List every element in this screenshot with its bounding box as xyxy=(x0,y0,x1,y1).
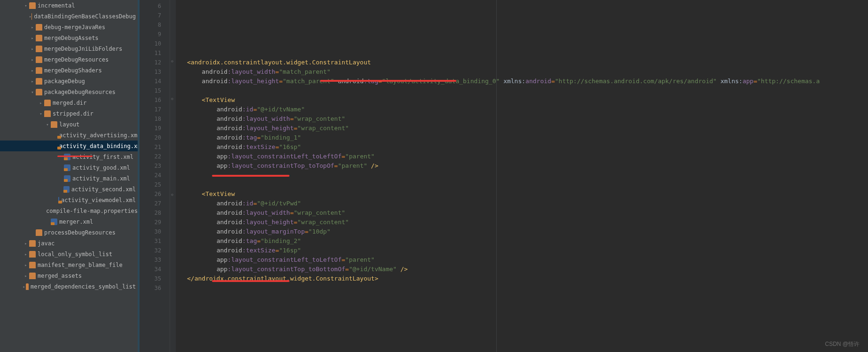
tree-item-label: merged_dependencies_symbol_list xyxy=(31,283,136,290)
code-line xyxy=(187,30,868,39)
chevron-down-icon[interactable]: ▾ xyxy=(29,90,36,94)
chevron-right-icon[interactable]: ▸ xyxy=(23,274,29,278)
folder-icon xyxy=(44,110,51,117)
line-number: 30 xyxy=(140,227,170,236)
chevron-right-icon[interactable]: ▸ xyxy=(29,79,36,84)
line-number: 15 xyxy=(140,86,170,95)
tree-item-activity-second-xml[interactable]: activity_second.xml xyxy=(0,184,138,195)
tree-item-manifest-merge-blame-file[interactable]: ▸manifest_merge_blame_file xyxy=(0,259,138,270)
fold-icon[interactable]: ⊖ xyxy=(171,97,175,101)
xml-file-icon xyxy=(51,219,57,225)
tree-item-packagedebugresources[interactable]: ▾packageDebugResources xyxy=(0,86,138,97)
code-line: android:layout_width="match_parent" xyxy=(187,67,868,77)
tree-item-local-only-symbol-list[interactable]: ▸local_only_symbol_list xyxy=(0,249,138,259)
line-number: 32 xyxy=(140,246,170,255)
code-line xyxy=(187,11,868,20)
annotation-underline-icon xyxy=(57,156,93,157)
chevron-right-icon[interactable]: ▸ xyxy=(23,284,26,289)
tree-item-activity-viewmodel-xml[interactable]: activity_viewmodel.xml xyxy=(0,195,138,205)
code-line: app:layout_constraintLeft_toLeftOf="pare… xyxy=(187,255,868,265)
tree-item-stripped-dir[interactable]: ▾stripped.dir xyxy=(0,108,138,119)
tree-item-javac[interactable]: ▸javac xyxy=(0,238,138,249)
line-number: 17 xyxy=(140,105,170,114)
folder-icon xyxy=(36,35,42,41)
tree-item-databindinggenbaseclassesdebug[interactable]: ▸dataBindingGenBaseClassesDebug xyxy=(0,11,138,22)
tree-item-mergedebugresources[interactable]: ▸mergeDebugResources xyxy=(0,54,138,65)
line-number: 33 xyxy=(140,255,170,265)
tree-item-merged-assets[interactable]: ▸merged_assets xyxy=(0,270,138,281)
tree-item-layout[interactable]: ▾layout xyxy=(0,119,138,130)
line-number: 6 xyxy=(140,1,170,11)
code-line: android:layout_width="wrap_content" xyxy=(187,208,868,218)
line-number: 34 xyxy=(140,265,170,274)
folder-icon xyxy=(29,240,36,247)
folder-icon xyxy=(36,46,42,52)
tree-item-packagedebug[interactable]: ▸packageDebug xyxy=(0,76,138,86)
line-number: 19 xyxy=(140,124,170,133)
line-number: 36 xyxy=(140,283,170,293)
tree-item-merger-xml[interactable]: merger.xml xyxy=(0,216,138,227)
folder-icon xyxy=(36,229,42,236)
code-line: android:tag="binding_2" xyxy=(187,236,868,246)
tree-item-mergedebugjnilibfolders[interactable]: ▸mergeDebugJniLibFolders xyxy=(0,43,138,54)
code-line: android:tag="binding_1" xyxy=(187,133,868,142)
tree-item-incremental[interactable]: ▾incremental xyxy=(0,0,138,11)
chevron-right-icon[interactable]: ▸ xyxy=(23,252,29,257)
code-line xyxy=(187,283,868,293)
tree-item-label: incremental xyxy=(38,2,75,9)
chevron-right-icon[interactable]: ▸ xyxy=(23,241,29,246)
tree-item-processdebugresources[interactable]: processDebugResources xyxy=(0,227,138,238)
line-number-gutter: 6789101112131415161718192021222324252627… xyxy=(140,0,170,352)
tree-item-mergedebugshaders[interactable]: ▸mergeDebugShaders xyxy=(0,65,138,76)
chevron-down-icon[interactable]: ▾ xyxy=(23,3,29,8)
chevron-down-icon[interactable]: ▾ xyxy=(38,111,44,116)
fold-column[interactable]: ⊖ ⊖ ⊖ xyxy=(170,0,176,352)
tree-item-activity-main-xml[interactable]: activity_main.xml xyxy=(0,173,138,184)
chevron-right-icon[interactable]: ▸ xyxy=(29,47,36,51)
line-number: 11 xyxy=(140,48,170,58)
tree-item-label: dataBindingGenBaseClassesDebug xyxy=(34,13,136,20)
chevron-right-icon[interactable]: ▸ xyxy=(23,263,29,267)
tree-item-label: local_only_symbol_list xyxy=(38,251,112,258)
chevron-down-icon[interactable]: ▾ xyxy=(44,122,51,127)
code-line xyxy=(187,20,868,30)
chevron-right-icon[interactable]: ▸ xyxy=(29,36,36,40)
tree-item-compile-file-map-properties[interactable]: compile-file-map.properties xyxy=(0,205,138,216)
project-tree-sidebar[interactable]: ▾incremental▸dataBindingGenBaseClassesDe… xyxy=(0,0,140,352)
line-number: 29 xyxy=(140,218,170,227)
annotation-underline-icon xyxy=(320,80,456,82)
tree-item-merged-dependencies-symbol-list[interactable]: ▸merged_dependencies_symbol_list xyxy=(0,281,138,292)
chevron-right-icon[interactable]: ▸ xyxy=(29,25,36,30)
tree-item-label: merger.xml xyxy=(59,219,93,225)
tree-item-mergedebugassets[interactable]: ▸mergeDebugAssets xyxy=(0,32,138,43)
fold-icon[interactable]: ⊖ xyxy=(171,193,175,196)
code-line: app:layout_constraintTop_toTopOf="parent… xyxy=(187,161,868,171)
tree-item-label: activity_advertising.xml xyxy=(59,132,140,139)
folder-icon xyxy=(36,67,42,74)
tree-item-activity-data-binding-xml[interactable]: activity_data_binding.xml xyxy=(0,141,138,151)
fold-icon[interactable]: ⊖ xyxy=(171,59,175,63)
watermark-label: CSDN @悟许 xyxy=(825,340,860,348)
tree-item-merged-dir[interactable]: ▸merged.dir xyxy=(0,97,138,108)
folder-icon xyxy=(51,121,57,128)
line-number: 18 xyxy=(140,114,170,124)
chevron-right-icon[interactable]: ▸ xyxy=(29,68,36,73)
code-line: android:id="@+id/tvPwd" xyxy=(187,199,868,208)
code-line: android:layout_width="wrap_content" xyxy=(187,114,868,124)
code-line: <androidx.constraintlayout.widget.Constr… xyxy=(187,58,868,67)
tree-item-activity-advertising-xml[interactable]: activity_advertising.xml xyxy=(0,130,138,141)
folder-icon xyxy=(36,89,42,95)
folder-icon xyxy=(29,262,36,268)
code-editor[interactable]: 6789101112131415161718192021222324252627… xyxy=(140,0,868,352)
line-number: 31 xyxy=(140,236,170,246)
line-number: 10 xyxy=(140,39,170,48)
chevron-right-icon[interactable]: ▸ xyxy=(29,57,36,62)
folder-icon xyxy=(29,2,36,9)
tree-item-debug-mergejavares[interactable]: ▸debug-mergeJavaRes xyxy=(0,22,138,32)
tree-item-activity-good-xml[interactable]: activity_good.xml xyxy=(0,162,138,173)
tree-item-label: merged_assets xyxy=(38,273,82,279)
line-number: 7 xyxy=(140,11,170,20)
chevron-right-icon[interactable]: ▸ xyxy=(38,101,44,105)
code-content[interactable]: <androidx.constraintlayout.widget.Constr… xyxy=(176,0,868,352)
xml-file-icon xyxy=(58,197,59,203)
